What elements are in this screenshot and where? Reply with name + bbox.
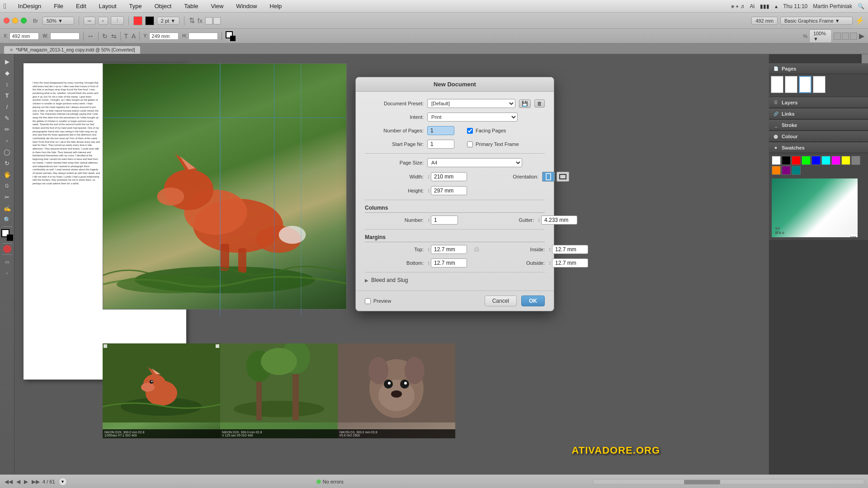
rectangle-tool[interactable]: ▫ — [1, 135, 13, 146]
eyedropper-tool[interactable]: 🖐 — [1, 169, 13, 180]
gradient-tool[interactable]: G — [1, 180, 13, 191]
view-btn2[interactable] — [842, 33, 849, 40]
w-input[interactable] — [50, 33, 80, 40]
swatch-yellow[interactable] — [841, 156, 850, 165]
start-page-input[interactable] — [427, 140, 454, 149]
fx-icon[interactable]: fx — [198, 17, 203, 24]
next-page-btn[interactable]: ▶ — [23, 479, 29, 485]
menu-file[interactable]: File — [51, 2, 66, 10]
menu-object[interactable]: Object — [152, 2, 175, 10]
columns-input[interactable] — [431, 216, 458, 225]
preview-mode-btn[interactable]: ▫ — [1, 267, 13, 278]
scissors-tool[interactable]: ✂ — [1, 192, 13, 202]
inside-input[interactable] — [552, 245, 588, 254]
opacity-select[interactable]: 100% ▼ — [809, 29, 832, 43]
swatch-teal[interactable] — [792, 166, 801, 175]
link-margins-icon[interactable]: ♲ — [473, 245, 480, 254]
gutter-value[interactable]: 492 mm — [751, 17, 778, 25]
menu-view[interactable]: View — [208, 2, 226, 10]
page-thumb-1[interactable] — [771, 76, 783, 93]
menu-window[interactable]: Window — [233, 2, 259, 10]
swatches-panel-header[interactable]: ■ Swatches — [769, 142, 868, 153]
stroke-width-select[interactable]: 2 pt ▼ — [157, 17, 179, 25]
bleed-row[interactable]: ▶ Bleed and Slug — [365, 277, 545, 283]
swatch-purple[interactable] — [782, 166, 791, 175]
primary-text-checkbox[interactable] — [467, 141, 473, 147]
menu-table[interactable]: Table — [181, 2, 201, 10]
h-input[interactable] — [189, 33, 218, 40]
frame-view-btn[interactable]: ▫ — [98, 17, 108, 25]
page-thumb-active[interactable] — [799, 76, 811, 93]
page-options-btn[interactable]: ▼ — [59, 478, 67, 486]
transform-tool[interactable]: ↻ — [1, 158, 13, 169]
scrollbar-top[interactable] — [862, 54, 868, 63]
height-input[interactable] — [431, 186, 467, 195]
preset-select[interactable]: [Default] — [427, 99, 515, 108]
close-window-button[interactable] — [4, 18, 9, 23]
top-input[interactable] — [431, 245, 467, 254]
y-input[interactable] — [149, 33, 179, 40]
swatch-black[interactable] — [782, 156, 791, 165]
stroke-display[interactable] — [7, 235, 13, 241]
pages-panel-header[interactable]: 📄 Pages — [769, 63, 868, 74]
gutter-input[interactable] — [541, 216, 577, 225]
swatch-gray[interactable] — [851, 156, 860, 165]
pencil-tool[interactable]: ✏ — [1, 124, 13, 135]
layout-view-btn[interactable]: ▫▫ — [84, 17, 95, 25]
outside-input[interactable] — [552, 258, 588, 267]
ellipse-tool[interactable]: ◯ — [1, 146, 13, 157]
prev-page-btn[interactable]: ◀ — [15, 479, 21, 485]
fill-color-swatch[interactable] — [145, 16, 154, 25]
preview-checkbox[interactable] — [365, 298, 371, 304]
swatch-blue[interactable] — [811, 156, 821, 165]
type-tool[interactable]: T — [1, 90, 13, 101]
view-btn3[interactable] — [850, 33, 857, 40]
line-tool[interactable]: / — [1, 101, 13, 112]
fullscreen-window-button[interactable] — [21, 18, 27, 23]
last-page-btn[interactable]: ▶▶ — [31, 479, 41, 485]
minimize-window-button[interactable] — [12, 18, 18, 23]
view-btn1[interactable] — [834, 33, 841, 40]
select-tool[interactable]: ▶ — [1, 56, 13, 67]
zoom-tool[interactable]: 🔍 — [1, 214, 13, 225]
page-thumb-2[interactable] — [785, 76, 797, 93]
colour-panel-header[interactable]: ⬤ Colour — [769, 131, 868, 142]
search-icon[interactable]: 🔍 — [858, 3, 864, 9]
doc-tab-close[interactable]: ✕ — [9, 47, 13, 52]
hscroll-track[interactable] — [593, 479, 864, 484]
zoom-select[interactable]: 50% ▼ — [42, 17, 74, 25]
document-tab[interactable]: ✕ *NPM_magazin_2013-1_eng copy.indd @ 50… — [4, 46, 141, 54]
grid-view-btn[interactable]: ⋮ — [111, 16, 124, 25]
apply-color-btn[interactable] — [3, 245, 11, 253]
x-input[interactable] — [9, 33, 39, 40]
page-size-select[interactable]: A4 A3 Letter Custom — [427, 158, 522, 167]
swatch-green[interactable] — [802, 156, 811, 165]
save-preset-btn[interactable]: 💾 — [519, 99, 531, 108]
ok-button[interactable]: OK — [521, 296, 545, 306]
frame-type-select[interactable]: Basic Graphics Frame ▼ — [780, 17, 853, 25]
bottom-input[interactable] — [431, 258, 467, 267]
first-page-btn[interactable]: ◀◀ — [4, 479, 14, 485]
normal-mode-btn[interactable]: ▭ — [1, 256, 13, 267]
stroke-box[interactable] — [230, 36, 236, 41]
hand-tool[interactable]: ✍ — [1, 203, 13, 214]
links-panel-header[interactable]: 🔗 Links — [769, 108, 868, 119]
swatch-red[interactable] — [792, 156, 801, 165]
pen-tool[interactable]: ✎ — [1, 113, 13, 123]
swatch-cyan[interactable] — [821, 156, 830, 165]
stroke-color-swatch[interactable] — [133, 16, 142, 25]
stroke-panel-header[interactable]: ⎯ Stroke — [769, 120, 868, 131]
width-input[interactable] — [431, 172, 467, 181]
menu-help[interactable]: Help — [267, 2, 285, 10]
pages-input[interactable] — [427, 126, 454, 135]
menu-type[interactable]: Type — [127, 2, 145, 10]
bridge-btn[interactable]: Br — [33, 18, 38, 23]
menu-layout[interactable]: Layout — [96, 2, 119, 10]
delete-preset-btn[interactable]: 🗑 — [534, 99, 545, 108]
cancel-button[interactable]: Cancel — [485, 296, 517, 306]
gap-tool[interactable]: ↕ — [1, 79, 13, 89]
hscroll-thumb[interactable] — [684, 480, 720, 484]
layers-panel-header[interactable]: ☰ Layers — [769, 97, 868, 108]
swatch-magenta[interactable] — [831, 156, 840, 165]
portrait-btn[interactable] — [542, 172, 555, 182]
